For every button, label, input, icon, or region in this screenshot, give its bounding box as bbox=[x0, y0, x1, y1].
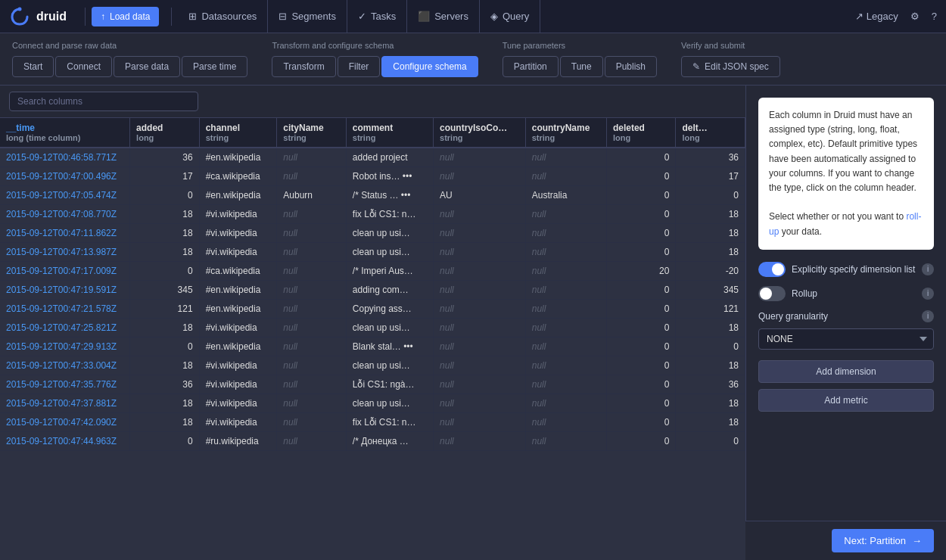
logo-text: druid bbox=[36, 10, 67, 23]
nav-divider bbox=[85, 8, 86, 26]
step-filter-button[interactable]: Filter bbox=[338, 56, 381, 77]
wizard-groups: Connect and parse raw data Start Connect… bbox=[12, 41, 934, 77]
table-body: 2015-09-12T00:46:58.771Z36#en.wikipedian… bbox=[0, 148, 745, 451]
toggle-knob bbox=[772, 263, 784, 275]
table-row: 2015-09-12T00:47:35.776Z36#vi.wikipedian… bbox=[0, 375, 745, 394]
datasources-icon: ⊞ bbox=[188, 11, 197, 22]
settings-button[interactable]: ⚙ bbox=[910, 11, 920, 22]
step-start-button[interactable]: Start bbox=[12, 56, 54, 77]
tooltip-text-2: Select whether or not you want to roll-u… bbox=[769, 210, 923, 238]
servers-icon: ⬛ bbox=[418, 11, 430, 22]
query-granularity-info-icon[interactable]: i bbox=[922, 310, 934, 322]
help-button[interactable]: ? bbox=[932, 11, 937, 22]
rollup-control: Rollup i bbox=[758, 286, 934, 301]
nav-item-tasks[interactable]: ✓ Tasks bbox=[347, 0, 407, 33]
group-label-connect: Connect and parse raw data bbox=[12, 41, 247, 50]
group-label-verify: Verify and submit bbox=[681, 41, 780, 50]
edit-icon: ✎ bbox=[692, 61, 700, 72]
rollup-info-icon[interactable]: i bbox=[922, 288, 934, 300]
group-label-tune: Tune parameters bbox=[503, 41, 657, 50]
col-header-delt[interactable]: delt… long bbox=[676, 118, 745, 148]
add-metric-button[interactable]: Add metric bbox=[758, 389, 934, 412]
col-header-deleted[interactable]: deleted long bbox=[606, 118, 676, 148]
tasks-icon: ✓ bbox=[358, 11, 366, 22]
table-row: 2015-09-12T00:47:19.591Z345#en.wikipedia… bbox=[0, 281, 745, 300]
wizard-group-transform: Transform and configure schema Transform… bbox=[272, 41, 478, 77]
load-data-button[interactable]: ↑ Load data bbox=[92, 7, 159, 26]
add-dimension-button[interactable]: Add dimension bbox=[758, 360, 934, 383]
druid-logo-icon bbox=[9, 6, 30, 27]
data-table: __time long (time column) added long cha… bbox=[0, 118, 745, 451]
left-panel: __time long (time column) added long cha… bbox=[0, 86, 745, 560]
step-configure-schema-button[interactable]: Configure schema bbox=[381, 56, 478, 77]
edit-json-button[interactable]: ✎ Edit JSON spec bbox=[681, 56, 780, 77]
nav-divider-2 bbox=[171, 8, 172, 26]
query-granularity-label: Query granularity bbox=[758, 311, 916, 322]
col-header-comment[interactable]: comment string bbox=[346, 118, 433, 148]
segments-icon: ⊟ bbox=[279, 11, 287, 22]
granularity-select[interactable]: NONE SECOND MINUTE HOUR DAY bbox=[758, 328, 934, 350]
upload-icon: ↑ bbox=[101, 11, 105, 22]
table-row: 2015-09-12T00:46:58.771Z36#en.wikipedian… bbox=[0, 148, 745, 167]
nav-item-query[interactable]: ◈ Query bbox=[480, 0, 540, 33]
nav-item-datasources[interactable]: ⊞ Datasources bbox=[178, 0, 268, 33]
nav-item-segments[interactable]: ⊟ Segments bbox=[268, 0, 347, 33]
table-row: 2015-09-12T00:47:33.004Z18#vi.wikipedian… bbox=[0, 356, 745, 375]
rollup-link[interactable]: roll-up bbox=[769, 211, 921, 236]
svg-point-0 bbox=[18, 7, 22, 11]
wizard-group-connect: Connect and parse raw data Start Connect… bbox=[12, 41, 247, 77]
arrow-right-icon: → bbox=[912, 535, 922, 546]
dimension-list-toggle[interactable] bbox=[758, 262, 786, 277]
external-link-icon: ↗ bbox=[855, 11, 864, 22]
col-header-channel[interactable]: channel string bbox=[199, 118, 277, 148]
col-header-countryisocode[interactable]: countryIsoCo… string bbox=[434, 118, 526, 148]
table-container: __time long (time column) added long cha… bbox=[0, 118, 745, 560]
table-row: 2015-09-12T00:47:42.090Z18#vi.wikipedian… bbox=[0, 413, 745, 432]
step-parse-data-button[interactable]: Parse data bbox=[114, 56, 180, 77]
step-transform-button[interactable]: Transform bbox=[272, 56, 335, 77]
legacy-link[interactable]: ↗ Legacy bbox=[855, 11, 898, 22]
tooltip-text-1: Each column in Druid must have an assign… bbox=[769, 108, 923, 195]
main-content: __time long (time column) added long cha… bbox=[0, 86, 946, 560]
table-row: 2015-09-12T00:47:25.821Z18#vi.wikipedian… bbox=[0, 319, 745, 338]
rollup-toggle[interactable] bbox=[758, 286, 786, 301]
top-nav: druid ↑ Load data ⊞ Datasources ⊟ Segmen… bbox=[0, 0, 946, 33]
wizard: Connect and parse raw data Start Connect… bbox=[0, 33, 946, 86]
group-buttons-verify: ✎ Edit JSON spec bbox=[681, 56, 780, 77]
header-row: __time long (time column) added long cha… bbox=[0, 118, 745, 148]
search-bar bbox=[0, 86, 745, 118]
dimension-list-label: Explicitly specify dimension list bbox=[792, 264, 916, 275]
next-partition-button[interactable]: Next: Partition → bbox=[832, 529, 934, 552]
wizard-group-verify: Verify and submit ✎ Edit JSON spec bbox=[681, 41, 780, 77]
dimension-list-info-icon[interactable]: i bbox=[922, 263, 934, 275]
table-row: 2015-09-12T00:47:17.009Z0#ca.wikipedianu… bbox=[0, 262, 745, 281]
rollup-label: Rollup bbox=[792, 288, 916, 299]
step-tune-button[interactable]: Tune bbox=[560, 56, 603, 77]
step-partition-button[interactable]: Partition bbox=[503, 56, 559, 77]
step-connect-button[interactable]: Connect bbox=[55, 56, 112, 77]
table-row: 2015-09-12T00:47:00.496Z17#ca.wikipedian… bbox=[0, 167, 745, 186]
nav-items: ⊞ Datasources ⊟ Segments ✓ Tasks ⬛ Serve… bbox=[178, 0, 540, 33]
group-buttons-connect: Start Connect Parse data Parse time bbox=[12, 56, 247, 77]
table-row: 2015-09-12T00:47:11.862Z18#vi.wikipedian… bbox=[0, 224, 745, 243]
wizard-group-tune: Tune parameters Partition Tune Publish bbox=[503, 41, 657, 77]
col-header-added[interactable]: added long bbox=[130, 118, 200, 148]
right-panel: Each column in Druid must have an assign… bbox=[745, 86, 946, 560]
col-header-cityname[interactable]: cityName string bbox=[277, 118, 347, 148]
dimension-list-control: Explicitly specify dimension list i bbox=[758, 262, 934, 277]
step-parse-time-button[interactable]: Parse time bbox=[182, 56, 247, 77]
group-buttons-tune: Partition Tune Publish bbox=[503, 56, 657, 77]
table-row: 2015-09-12T00:47:05.474Z0#en.wikipediaAu… bbox=[0, 186, 745, 205]
bottom-bar: Next: Partition → bbox=[745, 521, 946, 560]
step-publish-button[interactable]: Publish bbox=[605, 56, 657, 77]
group-buttons-transform: Transform Filter Configure schema bbox=[272, 56, 478, 77]
search-input[interactable] bbox=[9, 92, 198, 111]
nav-item-servers[interactable]: ⬛ Servers bbox=[407, 0, 480, 33]
tooltip-box: Each column in Druid must have an assign… bbox=[758, 98, 934, 250]
col-header-countryname[interactable]: countryName string bbox=[525, 118, 606, 148]
rollup-toggle-knob bbox=[760, 288, 772, 300]
query-granularity-row: Query granularity i bbox=[758, 310, 934, 322]
col-header-time[interactable]: __time long (time column) bbox=[0, 118, 130, 148]
table-row: 2015-09-12T00:47:44.963Z0#ru.wikipedianu… bbox=[0, 432, 745, 451]
nav-right: ↗ Legacy ⚙ ? bbox=[855, 11, 937, 22]
